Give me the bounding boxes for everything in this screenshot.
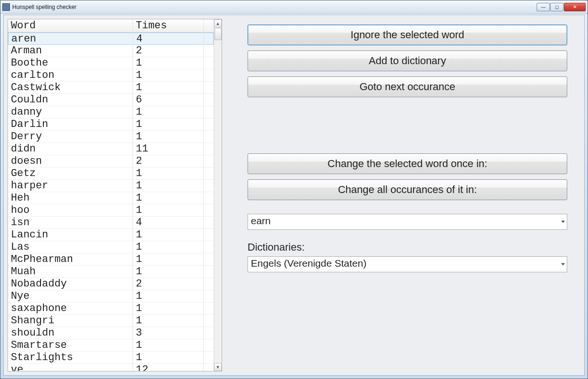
app-icon bbox=[2, 3, 10, 11]
close-button[interactable]: ✕ bbox=[564, 3, 586, 11]
cell-times: 1 bbox=[133, 130, 204, 143]
dictionaries-label: Dictionaries: bbox=[248, 241, 567, 253]
table-row[interactable]: Castwick1 bbox=[8, 82, 214, 94]
scroll-down-button[interactable]: ▼ bbox=[214, 363, 222, 371]
replacement-combo[interactable]: earn bbox=[248, 214, 567, 230]
cell-word: danny bbox=[8, 106, 133, 118]
content: Word Times aren4Arman2Boothe1carlton1Cas… bbox=[8, 19, 580, 371]
cell-times: 3 bbox=[133, 327, 204, 339]
cell-times: 1 bbox=[133, 118, 204, 131]
table-body: aren4Arman2Boothe1carlton1Castwick1Could… bbox=[8, 33, 214, 371]
table-row[interactable]: danny1 bbox=[8, 106, 214, 118]
table-row[interactable]: ve12 bbox=[8, 364, 214, 371]
gap bbox=[248, 205, 567, 214]
minimize-button[interactable]: — bbox=[537, 3, 550, 11]
table-row[interactable]: Boothe1 bbox=[8, 57, 214, 69]
dropdown-arrow-icon bbox=[561, 263, 565, 266]
window-controls: — ◻ ✕ bbox=[536, 3, 586, 11]
table-row[interactable]: saxaphone1 bbox=[8, 303, 214, 315]
cell-times: 4 bbox=[133, 216, 204, 229]
minimize-icon: — bbox=[541, 4, 546, 9]
cell-times: 1 bbox=[133, 167, 204, 180]
cell-times: 2 bbox=[133, 155, 204, 168]
maximize-icon: ◻ bbox=[555, 4, 559, 9]
button-label: Change the selected word once in: bbox=[328, 158, 488, 170]
cell-times: 1 bbox=[133, 351, 204, 364]
vertical-scrollbar[interactable]: ▲ ▼ bbox=[214, 19, 222, 371]
chevron-up-icon: ▲ bbox=[216, 21, 220, 26]
table-row[interactable]: Lancin1 bbox=[8, 229, 214, 241]
cell-word: Muah bbox=[8, 265, 133, 278]
cell-word: saxaphone bbox=[8, 302, 133, 315]
cell-word: aren bbox=[8, 33, 133, 45]
table-row[interactable]: Getz1 bbox=[8, 168, 214, 180]
column-header-times[interactable]: Times bbox=[133, 19, 204, 32]
cell-word: Darlin bbox=[8, 118, 133, 131]
close-icon: ✕ bbox=[573, 4, 577, 9]
goto-next-button[interactable]: Goto next occurance bbox=[248, 76, 567, 97]
cell-times: 1 bbox=[133, 69, 204, 82]
table-row[interactable]: Las1 bbox=[8, 241, 214, 253]
button-label: Change all occurances of it in: bbox=[338, 184, 477, 196]
cell-times: 1 bbox=[133, 57, 204, 69]
table-row[interactable]: hoo1 bbox=[8, 204, 214, 217]
cell-word: didn bbox=[8, 143, 133, 155]
maximize-button[interactable]: ◻ bbox=[550, 3, 563, 11]
add-to-dictionary-button[interactable]: Add to dictionary bbox=[248, 51, 567, 71]
table-row[interactable]: didn11 bbox=[8, 143, 214, 155]
table-row[interactable]: Nobadaddy2 bbox=[8, 278, 214, 290]
table-row[interactable]: Heh1 bbox=[8, 192, 214, 204]
ignore-button[interactable]: Ignore the selected word bbox=[248, 25, 567, 45]
cell-times: 1 bbox=[133, 81, 204, 94]
word-table[interactable]: Word Times aren4Arman2Boothe1carlton1Cas… bbox=[8, 19, 214, 371]
table-row[interactable]: Shangri1 bbox=[8, 315, 214, 327]
window-title: Hunspell spelling checker bbox=[12, 4, 536, 10]
column-header-word[interactable]: Word bbox=[8, 19, 133, 32]
table-row[interactable]: aren4 bbox=[8, 33, 214, 45]
table-row[interactable]: harper1 bbox=[8, 180, 214, 192]
table-row[interactable]: McPhearman1 bbox=[8, 253, 214, 266]
cell-word: Couldn bbox=[8, 93, 133, 106]
chevron-down-icon: ▼ bbox=[216, 365, 220, 370]
cell-times: 1 bbox=[133, 106, 204, 118]
word-list-panel: Word Times aren4Arman2Boothe1carlton1Cas… bbox=[8, 19, 222, 371]
table-row[interactable]: Derry1 bbox=[8, 131, 214, 143]
cell-word: isn bbox=[8, 216, 133, 229]
cell-word: doesn bbox=[8, 155, 133, 168]
table-row[interactable]: carlton1 bbox=[8, 69, 214, 82]
table-row[interactable]: doesn2 bbox=[8, 155, 214, 168]
scroll-thumb[interactable] bbox=[215, 28, 222, 40]
table-row[interactable]: Darlin1 bbox=[8, 118, 214, 131]
cell-word: Nye bbox=[8, 290, 133, 303]
cell-times: 1 bbox=[133, 204, 204, 217]
table-row[interactable]: shouldn3 bbox=[8, 327, 214, 339]
table-header[interactable]: Word Times bbox=[8, 19, 214, 33]
cell-word: carlton bbox=[8, 69, 133, 82]
table-row[interactable]: Muah1 bbox=[8, 266, 214, 278]
spacer bbox=[248, 102, 567, 153]
table-row[interactable]: Couldn6 bbox=[8, 94, 214, 106]
table-row[interactable]: Nye1 bbox=[8, 290, 214, 303]
scroll-up-button[interactable]: ▲ bbox=[214, 19, 222, 27]
table-row[interactable]: isn4 bbox=[8, 217, 214, 229]
actions-panel: Ignore the selected word Add to dictiona… bbox=[222, 19, 580, 371]
change-once-button[interactable]: Change the selected word once in: bbox=[248, 153, 567, 174]
dictionaries-combo[interactable]: Engels (Verenigde Staten) bbox=[248, 256, 567, 272]
cell-times: 2 bbox=[133, 278, 204, 290]
button-label: Ignore the selected word bbox=[351, 29, 464, 41]
table-row[interactable]: Smartarse1 bbox=[8, 339, 214, 352]
cell-times: 1 bbox=[133, 314, 204, 327]
app-window: Hunspell spelling checker — ◻ ✕ Word Tim… bbox=[0, 0, 588, 379]
cell-times: 12 bbox=[133, 363, 204, 371]
titlebar[interactable]: Hunspell spelling checker — ◻ ✕ bbox=[0, 0, 588, 14]
cell-word: Castwick bbox=[8, 81, 133, 94]
change-all-button[interactable]: Change all occurances of it in: bbox=[248, 179, 567, 200]
cell-word: Smartarse bbox=[8, 339, 133, 352]
table-row[interactable]: Arman2 bbox=[8, 45, 214, 57]
cell-word: ve bbox=[8, 363, 133, 371]
cell-times: 1 bbox=[133, 179, 204, 192]
table-row[interactable]: Starlights1 bbox=[8, 352, 214, 364]
cell-word: hoo bbox=[8, 204, 133, 217]
cell-word: McPhearman bbox=[8, 253, 133, 266]
cell-times: 1 bbox=[133, 192, 204, 204]
